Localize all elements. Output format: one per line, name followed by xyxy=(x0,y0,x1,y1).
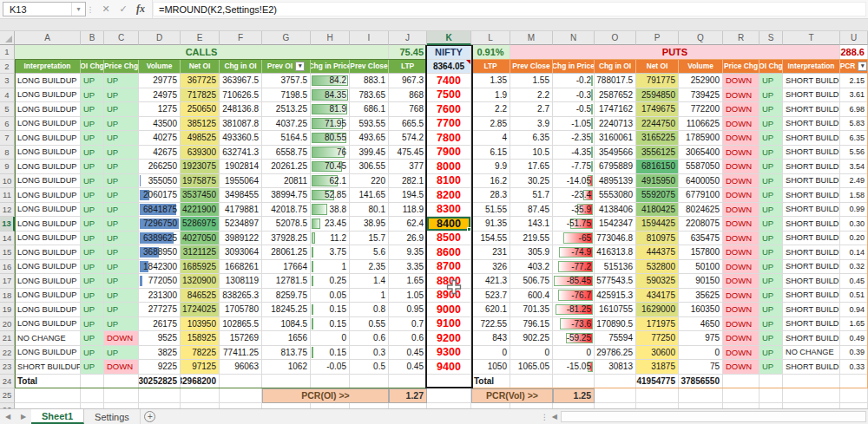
cell-K17[interactable]: 8800 xyxy=(427,274,471,289)
cell-P14[interactable]: 810975 xyxy=(636,232,679,246)
cell-G20[interactable]: 1084.5 xyxy=(262,317,311,332)
cell-B12[interactable]: UP xyxy=(81,203,104,218)
calls-header-chg-in-price[interactable]: Chg in Price xyxy=(311,60,350,75)
cell-I14[interactable]: 15.7 xyxy=(350,232,389,246)
row-header-16[interactable]: 16 xyxy=(0,260,15,275)
cell-Q13[interactable]: 2208075 xyxy=(679,217,723,232)
cell-A15[interactable]: LONG BUILDUP xyxy=(15,245,81,260)
cell-U18[interactable]: 0.51 xyxy=(840,289,868,303)
cell-L22[interactable]: 0 xyxy=(471,346,510,361)
cell-N22[interactable]: 0 xyxy=(553,346,595,361)
cell-R13[interactable]: DOWN xyxy=(723,217,760,232)
calls-volume-total[interactable]: 30252825 xyxy=(139,375,181,389)
cell-B7[interactable]: UP xyxy=(81,131,104,146)
cell-P15[interactable]: 444375 xyxy=(636,245,679,260)
cell-P19[interactable]: 1629000 xyxy=(636,303,679,317)
puts-header-oi-chg[interactable]: OI Chg xyxy=(760,60,783,75)
cell-C25[interactable] xyxy=(104,388,139,403)
cell-S4[interactable]: UP xyxy=(760,88,783,103)
cell-E15[interactable]: 3121125 xyxy=(181,245,220,260)
cell-O19[interactable]: 1610755 xyxy=(595,303,636,317)
cell-G13[interactable]: 52078.5 xyxy=(262,217,311,232)
cell-J18[interactable]: 1.05 xyxy=(389,289,427,303)
cell-P10[interactable]: 4915950 xyxy=(636,174,679,189)
row-header-12[interactable]: 12 xyxy=(0,203,15,218)
cell-M16[interactable]: 403.2 xyxy=(510,260,553,275)
cell-M11[interactable]: 51.7 xyxy=(510,188,553,203)
cell-M15[interactable]: 305.9 xyxy=(510,245,553,260)
cell-F16[interactable]: 1668261 xyxy=(220,260,262,275)
cell-J21[interactable]: 0.6 xyxy=(389,331,427,346)
cell-R16[interactable]: DOWN xyxy=(723,260,760,275)
tab-nav-right-icon[interactable]: ▶ xyxy=(16,409,31,424)
cell-H20[interactable]: 0.15 xyxy=(311,317,350,332)
cell-T11[interactable]: SHORT BUILDUP xyxy=(783,188,840,203)
cell-K3[interactable]: 7400 xyxy=(427,74,471,88)
cell-C3[interactable]: UP xyxy=(104,74,139,88)
cell-C15[interactable]: UP xyxy=(104,245,139,260)
scrollbar-dots-icon[interactable]: ⋮ xyxy=(541,413,549,421)
puts-volume-total[interactable]: 37856550 xyxy=(679,375,723,389)
cell-M6[interactable]: 3.9 xyxy=(510,117,553,132)
cell-A23[interactable]: SHORT BUILDUP xyxy=(15,360,81,375)
col-header-R[interactable]: R xyxy=(723,31,760,45)
cell-U11[interactable]: 1.58 xyxy=(840,188,868,203)
cell-I19[interactable]: 0.8 xyxy=(350,303,389,317)
cell-D12[interactable]: 6841875 xyxy=(139,203,181,218)
cell-N3[interactable]: -0.2 xyxy=(553,74,595,88)
cell-I13[interactable]: 38.95 xyxy=(350,217,389,232)
cell-B20[interactable]: UP xyxy=(81,317,104,332)
cell-J24[interactable] xyxy=(389,375,427,389)
cell-G9[interactable]: 20261.25 xyxy=(262,160,311,174)
cell-A17[interactable]: LONG BUILDUP xyxy=(15,274,81,289)
cell-E3[interactable]: 367725 xyxy=(181,74,220,88)
cell-Q7[interactable]: 1785900 xyxy=(679,131,723,146)
cell-P16[interactable]: 532800 xyxy=(636,260,679,275)
cell-P8[interactable]: 3556125 xyxy=(636,146,679,160)
cell-T4[interactable]: SHORT BUILDUP xyxy=(783,88,840,103)
cell-F24[interactable] xyxy=(220,375,262,389)
cell-E8[interactable]: 639300 xyxy=(181,146,220,160)
puts-header-pcr[interactable]: PCR▾ xyxy=(840,60,868,75)
cell-C7[interactable]: UP xyxy=(104,131,139,146)
cell-K21[interactable]: 9200 xyxy=(427,331,471,346)
cell-R3[interactable]: DOWN xyxy=(723,74,760,88)
cell-S5[interactable]: UP xyxy=(760,102,783,117)
row-header-1[interactable]: 1 xyxy=(0,45,15,60)
cell-J11[interactable]: 194.5 xyxy=(389,188,427,203)
cell-G10[interactable]: 20811 xyxy=(262,174,311,189)
cell-B19[interactable]: UP xyxy=(81,303,104,317)
cell-C21[interactable]: DOWN xyxy=(104,331,139,346)
cell-U21[interactable]: 0.49 xyxy=(840,331,868,346)
scrollbar-track[interactable] xyxy=(561,411,866,422)
cell-D18[interactable]: 231300 xyxy=(139,289,181,303)
cell-O10[interactable]: 4895139 xyxy=(595,174,636,189)
cell-K10[interactable]: 8100 xyxy=(427,174,471,189)
cell-S8[interactable]: UP xyxy=(760,146,783,160)
cell-R15[interactable]: DOWN xyxy=(723,245,760,260)
cell-Q22[interactable]: 0 xyxy=(679,346,723,361)
cell-D9[interactable]: 266250 xyxy=(139,160,181,174)
cell-D11[interactable]: 2060175 xyxy=(139,188,181,203)
cell-I23[interactable]: 0.5 xyxy=(350,360,389,375)
cell-O23[interactable]: 30813 xyxy=(595,360,636,375)
cell-R18[interactable]: DOWN xyxy=(723,289,760,303)
cell-A4[interactable]: LONG BUILDUP xyxy=(15,88,81,103)
cell-I21[interactable]: 0.6 xyxy=(350,331,389,346)
cell-K20[interactable]: 9100 xyxy=(427,317,471,332)
cell-Q23[interactable]: 75 xyxy=(679,360,723,375)
cell-J17[interactable]: 1.65 xyxy=(389,274,427,289)
row-header-7[interactable]: 7 xyxy=(0,131,15,146)
cell-G16[interactable]: 17664 xyxy=(262,260,311,275)
cell-U9[interactable]: 3.54 xyxy=(840,160,868,174)
cell-F8[interactable]: 632741.3 xyxy=(220,146,262,160)
cell-R12[interactable]: DOWN xyxy=(723,203,760,218)
puts-banner-value[interactable]: 8288.6 xyxy=(840,45,868,60)
cell-U17[interactable]: 0.45 xyxy=(840,274,868,289)
cell-C4[interactable]: UP xyxy=(104,88,139,103)
cell-M14[interactable]: 219.55 xyxy=(510,232,553,246)
cell-M24[interactable] xyxy=(510,375,553,389)
puts-header-volume[interactable]: Volume xyxy=(679,60,723,75)
puts-header-chg-in-price[interactable]: Chg in Price xyxy=(553,60,595,75)
col-header-B[interactable]: B xyxy=(81,31,104,45)
